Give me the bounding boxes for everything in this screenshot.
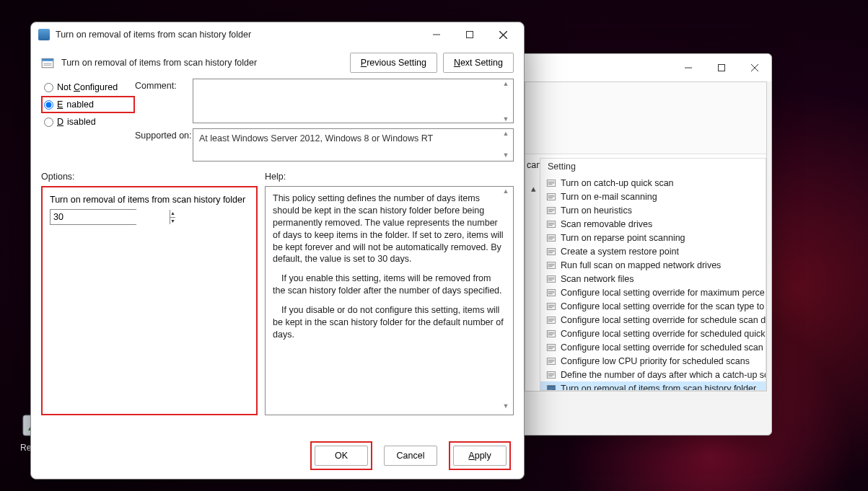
splitter-up-icon[interactable]: ▴	[528, 183, 538, 196]
settings-item[interactable]: Run full scan on mapped network drives	[540, 258, 766, 272]
policy-item-icon	[546, 178, 556, 188]
settings-item[interactable]: Configure low CPU priority for scheduled…	[540, 354, 766, 368]
help-p1: This policy setting defines the number o…	[273, 193, 506, 265]
policy-item-icon	[546, 219, 556, 229]
bg-ribbon-area	[525, 82, 766, 154]
settings-item[interactable]: Configure local setting override for sch…	[540, 313, 766, 327]
settings-item-label: Configure local setting override for the…	[561, 301, 764, 311]
bg-close-button[interactable]	[738, 57, 771, 79]
comment-scroll-up-icon[interactable]: ▲	[502, 80, 509, 87]
comment-textarea[interactable]	[193, 79, 514, 123]
policy-item-icon	[546, 192, 556, 202]
settings-item[interactable]: Turn on reparse point scanning	[540, 231, 766, 244]
group-policy-editor-window: can ▴ ▾ Setting Turn on catch-up quick s…	[520, 53, 772, 435]
dialog-close-button[interactable]	[486, 24, 520, 45]
settings-item-label: Define the number of days after which a …	[561, 370, 766, 380]
ok-button[interactable]: OK	[315, 446, 368, 466]
settings-item[interactable]: Configure local setting override for max…	[540, 286, 766, 299]
policy-item-icon	[546, 233, 556, 243]
radio-not-configured-input[interactable]	[44, 83, 53, 92]
svg-rect-2	[719, 65, 725, 71]
settings-item-label: Turn on removal of items from scan histo…	[561, 384, 756, 392]
dialog-title: Turn on removal of items from scan histo…	[56, 30, 420, 40]
settings-item-label: Configure local setting override for max…	[561, 288, 765, 298]
radio-disabled-label: isabled	[67, 117, 96, 127]
settings-item-label: Run full scan on mapped network drives	[561, 260, 721, 270]
policy-item-icon	[546, 384, 556, 392]
policy-item-icon	[546, 260, 556, 270]
settings-item-label: Scan removable drives	[561, 219, 652, 229]
days-spinner[interactable]: ▲ ▼	[50, 209, 136, 225]
supported-scroll-down-icon[interactable]: ▼	[502, 151, 509, 159]
policy-icon	[41, 56, 54, 69]
settings-item[interactable]: Scan removable drives	[540, 217, 766, 231]
app-icon	[38, 29, 50, 40]
settings-item-label: Create a system restore point	[561, 247, 679, 257]
radio-enabled-label: nabled	[66, 99, 94, 110]
settings-item[interactable]: Configure local setting override for sch…	[540, 327, 766, 340]
bg-window-titlebar[interactable]	[520, 54, 771, 81]
cancel-button[interactable]: Cancel	[384, 446, 437, 466]
spinner-down-icon[interactable]: ▼	[170, 218, 175, 225]
splitter-down-icon[interactable]: ▾	[528, 391, 538, 392]
settings-item-label: Turn on reparse point scanning	[561, 233, 685, 243]
supported-on-value: At least Windows Server 2012, Windows 8 …	[193, 128, 514, 162]
radio-enabled-e: E	[57, 99, 63, 110]
svg-rect-78	[467, 32, 473, 38]
settings-item-label: Turn on e-mail scanning	[561, 192, 657, 202]
settings-item[interactable]: Configure local setting override for sch…	[540, 340, 766, 354]
help-scroll-down-icon[interactable]: ▼	[502, 402, 509, 410]
bg-minimize-button[interactable]	[672, 57, 705, 79]
dialog-titlebar[interactable]: Turn on removal of items from scan histo…	[31, 22, 524, 47]
settings-item[interactable]: Turn on catch-up quick scan	[540, 176, 766, 190]
policy-item-icon	[546, 274, 556, 284]
dialog-minimize-button[interactable]	[420, 24, 453, 45]
settings-item[interactable]: Configure local setting override for the…	[540, 299, 766, 313]
settings-item[interactable]: Create a system restore point	[540, 244, 766, 258]
help-p2: If you enable this setting, items will b…	[273, 273, 506, 297]
apply-button-highlight: Apply	[449, 441, 511, 470]
settings-item[interactable]: Turn on removal of items from scan histo…	[540, 381, 766, 391]
dialog-maximize-button[interactable]	[453, 24, 486, 45]
policy-item-icon	[546, 342, 556, 353]
settings-item-label: Scan network files	[561, 274, 634, 284]
supported-on-label: Supported on:	[135, 128, 193, 141]
settings-item-label: Configure local setting override for sch…	[561, 342, 766, 353]
settings-column-header[interactable]: Setting	[540, 159, 766, 174]
settings-item[interactable]: Scan network files	[540, 272, 766, 286]
supported-scroll-up-icon[interactable]: ▲	[502, 130, 509, 137]
comment-scroll-down-icon[interactable]: ▼	[502, 115, 509, 123]
radio-enabled[interactable]: Enabled	[41, 96, 135, 113]
help-p3: If you disable or do not configure this …	[273, 304, 506, 341]
settings-item-label: Configure local setting override for sch…	[561, 329, 766, 339]
radio-disabled-input[interactable]	[44, 118, 53, 127]
settings-item-label: Configure local setting override for sch…	[561, 315, 766, 325]
ok-button-highlight: OK	[310, 441, 372, 470]
policy-item-icon	[546, 247, 556, 257]
bg-maximize-button[interactable]	[705, 57, 738, 79]
help-scroll-up-icon[interactable]: ▲	[502, 187, 509, 195]
radio-enabled-input[interactable]	[44, 100, 53, 110]
settings-item[interactable]: Turn on e-mail scanning	[540, 190, 766, 203]
radio-disabled-d: D	[57, 117, 63, 127]
next-setting-button[interactable]: Next Setting	[443, 53, 514, 73]
settings-item[interactable]: Define the number of days after which a …	[540, 368, 766, 381]
radio-not-configured[interactable]: Not Configured	[41, 79, 135, 96]
options-box: Turn on removal of items from scan histo…	[41, 186, 258, 415]
spinner-up-icon[interactable]: ▲	[170, 210, 175, 218]
days-spinner-input[interactable]	[51, 210, 170, 224]
policy-item-icon	[546, 205, 556, 216]
radio-not-configured-label-full: Not Configured	[57, 82, 118, 92]
settings-item[interactable]: Turn on heuristics	[540, 203, 766, 217]
settings-item-label: Configure low CPU priority for scheduled…	[561, 356, 750, 366]
apply-button[interactable]: Apply	[453, 446, 507, 466]
radio-disabled[interactable]: Disabled	[41, 113, 135, 131]
dialog-subtitle: Turn on removal of items from scan histo…	[61, 58, 343, 68]
settings-panel: Setting Turn on catch-up quick scanTurn …	[540, 158, 766, 391]
previous-setting-button[interactable]: Previous Setting	[350, 53, 437, 73]
policy-item-icon	[546, 329, 556, 339]
policy-setting-dialog: Turn on removal of items from scan histo…	[30, 22, 525, 479]
option-title: Turn on removal of items from scan histo…	[50, 195, 249, 205]
policy-item-icon	[546, 370, 556, 380]
policy-item-icon	[546, 356, 556, 366]
